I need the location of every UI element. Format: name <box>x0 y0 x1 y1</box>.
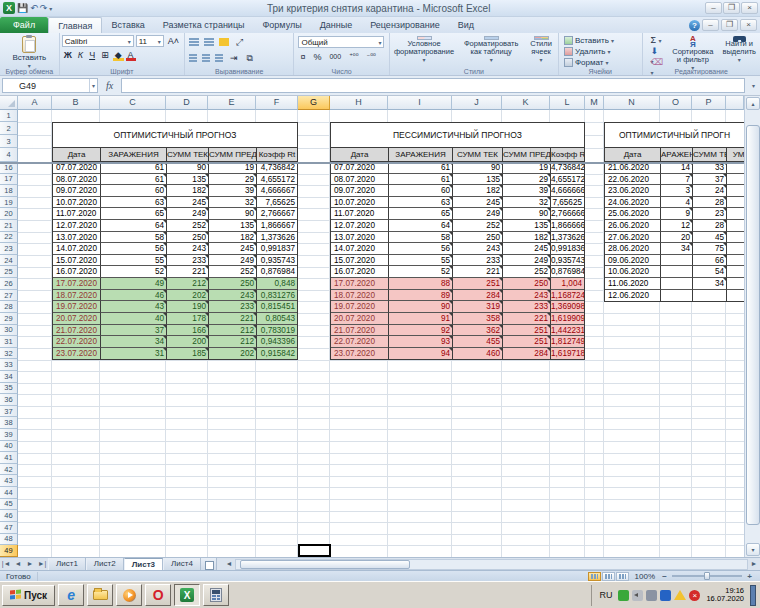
taskbar-excel-button[interactable]: X <box>174 584 200 606</box>
cell[interactable]: 11.07.2020 <box>53 208 101 220</box>
cell[interactable]: 1,8666667 <box>551 220 584 232</box>
zoom-level[interactable]: 100% <box>630 572 660 581</box>
column-header-H[interactable]: H <box>330 96 388 110</box>
cell[interactable]: 1,373626 <box>257 232 297 244</box>
help-icon[interactable]: ? <box>689 20 700 31</box>
cell[interactable]: 39 <box>503 185 551 197</box>
cell[interactable]: 39 <box>209 185 257 197</box>
cell[interactable]: 45 <box>693 232 727 244</box>
format-cells-button[interactable]: Формат▾ <box>564 57 640 68</box>
cell[interactable]: 221 <box>503 313 551 325</box>
cell[interactable]: 61 <box>389 174 453 186</box>
table-column-header[interactable]: СУММ ТЕК <box>167 148 209 161</box>
horizontal-scrollbar[interactable]: ◄ ► <box>223 558 760 570</box>
column-header-B[interactable]: B <box>52 96 100 110</box>
cell[interactable]: 88 <box>389 278 453 290</box>
row-header-24[interactable]: 24 <box>0 255 18 267</box>
tray-warning-icon[interactable] <box>674 590 686 600</box>
row-header-44[interactable]: 44 <box>0 487 18 499</box>
zoom-out-icon[interactable]: − <box>660 572 669 581</box>
cell[interactable]: 0,831276 <box>257 290 297 302</box>
cell[interactable]: 212 <box>209 336 257 348</box>
cell[interactable]: 1,6199095 <box>551 313 584 325</box>
first-sheet-icon[interactable]: |◄ <box>0 558 12 570</box>
cell[interactable]: 21.07.2020 <box>53 325 101 337</box>
cell[interactable]: 90 <box>503 208 551 220</box>
tab-home[interactable]: Главная <box>48 17 102 33</box>
cell[interactable]: 190 <box>167 301 209 313</box>
cell[interactable]: 249 <box>167 208 209 220</box>
minimize-button[interactable]: – <box>705 2 722 14</box>
cell[interactable]: 243 <box>453 243 503 255</box>
cell[interactable]: 221 <box>167 266 209 278</box>
row-header-43[interactable]: 43 <box>0 475 18 487</box>
cell[interactable] <box>693 290 727 302</box>
undo-icon[interactable]: ↶ <box>30 3 38 13</box>
cell[interactable]: 34 <box>693 278 727 290</box>
cell[interactable]: 63 <box>101 197 167 209</box>
tab-insert[interactable]: Вставка <box>102 17 153 33</box>
cell[interactable]: 1,866667 <box>257 220 297 232</box>
indent-icon[interactable]: ⇥ <box>228 52 240 64</box>
cell[interactable]: 0,8769841 <box>551 266 584 278</box>
cell[interactable]: 24 <box>693 185 727 197</box>
cell[interactable]: 90 <box>389 301 453 313</box>
row-header-17[interactable]: 17 <box>0 174 18 186</box>
cell[interactable]: 1,6197183 <box>551 348 584 360</box>
cell[interactable]: 32 <box>503 197 551 209</box>
cell[interactable]: 245 <box>503 243 551 255</box>
formula-input[interactable] <box>121 78 745 93</box>
align-top-icon[interactable] <box>189 38 199 46</box>
table-pessimistic[interactable]: ПЕССИМИСТИЧНЫЙ ПРОГНОЗДатаЗАРАЖЕНИЯСУММ … <box>330 122 585 360</box>
zoom-in-icon[interactable]: + <box>745 572 754 581</box>
cell[interactable] <box>727 278 744 290</box>
cell-styles-button[interactable]: Стили ячеек▾ <box>526 35 556 65</box>
cell[interactable]: 12 <box>661 220 693 232</box>
tray-error-icon[interactable]: × <box>689 590 700 601</box>
currency-icon[interactable]: ¤ <box>298 51 307 63</box>
cell[interactable]: 250 <box>209 278 257 290</box>
cell[interactable]: 1,1687243 <box>551 290 584 302</box>
cell[interactable]: 37 <box>693 174 727 186</box>
paste-button[interactable]: Вставить ▾ <box>2 35 57 70</box>
cell[interactable]: 182 <box>167 185 209 197</box>
cell[interactable]: 249 <box>453 208 503 220</box>
cell[interactable]: 64 <box>389 220 453 232</box>
column-header-P[interactable]: P <box>692 96 726 110</box>
row-header-38[interactable]: 38 <box>0 417 18 429</box>
table-column-header[interactable]: СУММ ПРЕД <box>503 148 551 161</box>
find-select-button[interactable]: Найти и выделить▾ <box>720 35 758 65</box>
maximize-button[interactable]: ❐ <box>723 2 740 14</box>
column-header-K[interactable]: K <box>502 96 550 110</box>
decrease-decimal-icon[interactable]: ⁻⁰⁰ <box>364 51 377 63</box>
cell[interactable]: 37 <box>101 325 167 337</box>
row-header-45[interactable]: 45 <box>0 499 18 511</box>
cell[interactable]: 358 <box>453 313 503 325</box>
tab-data[interactable]: Данные <box>311 17 362 33</box>
row-header-28[interactable]: 28 <box>0 301 18 313</box>
table-column-header[interactable]: Коэфф Rt <box>551 148 584 161</box>
redo-icon[interactable]: ↷ <box>40 3 48 13</box>
cell[interactable]: 24.06.2020 <box>605 197 661 209</box>
cell[interactable]: 40 <box>101 313 167 325</box>
cell[interactable]: 135 <box>167 174 209 186</box>
cell[interactable]: 29 <box>503 174 551 186</box>
cell[interactable]: 9 <box>661 208 693 220</box>
hscroll-right-icon[interactable]: ► <box>748 558 760 570</box>
cell[interactable]: 93 <box>389 336 453 348</box>
cell[interactable]: 182 <box>209 232 257 244</box>
cell[interactable]: 28.06.2020 <box>605 243 661 255</box>
cell[interactable]: 15.07.2020 <box>331 255 389 267</box>
cell[interactable]: 22.07.2020 <box>53 336 101 348</box>
cell[interactable]: 18.07.2020 <box>331 290 389 302</box>
font-color-button[interactable]: А <box>126 49 136 61</box>
cell[interactable] <box>727 232 744 244</box>
cell[interactable]: 20 <box>661 232 693 244</box>
cell[interactable]: 19.07.2020 <box>331 301 389 313</box>
cell[interactable]: 09.06.2020 <box>605 255 661 267</box>
table-column-header[interactable]: СУММ ТЕК <box>453 148 503 161</box>
cell[interactable]: 2,7666667 <box>551 208 584 220</box>
borders-button[interactable]: ⊞ <box>99 49 111 61</box>
cell[interactable]: 7 <box>661 174 693 186</box>
taskbar-ie-button[interactable]: e <box>58 584 84 606</box>
